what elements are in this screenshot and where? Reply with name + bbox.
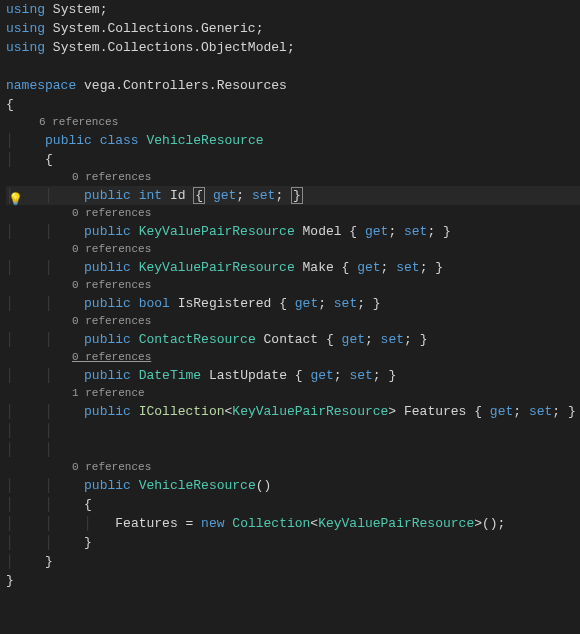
code-line[interactable]: │ │ [6, 440, 580, 459]
constructor-name: VehicleResource [139, 478, 256, 493]
codelens: 0 references [6, 349, 580, 366]
references-link[interactable]: 1 reference [72, 387, 145, 399]
class-name: VehicleResource [146, 133, 263, 148]
code-line[interactable]: │ │ public ICollection<KeyValuePairResou… [6, 402, 580, 421]
code-line[interactable]: │ │ public ContactResource Contact { get… [6, 330, 580, 349]
codelens: 0 references [6, 241, 580, 258]
references-link[interactable]: 6 references [39, 116, 118, 128]
code-line[interactable]: │ { [6, 150, 580, 169]
codelens: 0 references [6, 169, 580, 186]
property-name: Make [303, 260, 334, 275]
code-line[interactable]: │ │ public VehicleResource() [6, 476, 580, 495]
code-line[interactable]: namespace vega.Controllers.Resources [6, 76, 580, 95]
matched-brace: } [291, 187, 303, 204]
code-editor[interactable]: using System; using System.Collections.G… [0, 0, 580, 590]
references-link[interactable]: 0 references [72, 279, 151, 291]
code-line[interactable]: │ │ { [6, 495, 580, 514]
code-line[interactable]: using System.Collections.ObjectModel; [6, 38, 580, 57]
references-link[interactable]: 0 references [72, 351, 151, 363]
codelens: 0 references [6, 277, 580, 294]
lightbulb-icon[interactable]: 💡 [8, 191, 22, 205]
code-line[interactable]: │ │ public bool IsRegistered { get; set;… [6, 294, 580, 313]
matched-brace: { [193, 187, 205, 204]
codelens: 0 references [6, 313, 580, 330]
references-link[interactable]: 0 references [72, 461, 151, 473]
code-line[interactable]: │ │ [6, 421, 580, 440]
references-link[interactable]: 0 references [72, 207, 151, 219]
code-line[interactable]: │ public class VehicleResource [6, 131, 580, 150]
codelens: 6 references [6, 114, 580, 131]
namespace-ref: System [53, 2, 100, 17]
code-line[interactable]: } [6, 571, 580, 590]
property-name: Model [303, 224, 342, 239]
code-line[interactable] [6, 57, 580, 76]
keyword-using: using [6, 2, 45, 17]
code-line[interactable]: │ │ } [6, 533, 580, 552]
property-name: Id [170, 188, 186, 203]
property-name: Contact [264, 332, 319, 347]
codelens: 1 reference [6, 385, 580, 402]
code-line-current[interactable]: │ │ public int Id { get; set; } [6, 186, 580, 205]
code-line[interactable]: { [6, 95, 580, 114]
code-line[interactable]: using System.Collections.Generic; [6, 19, 580, 38]
property-name: IsRegistered [178, 296, 272, 311]
code-line[interactable]: │ │ public KeyValuePairResource Model { … [6, 222, 580, 241]
references-link[interactable]: 0 references [72, 315, 151, 327]
codelens: 0 references [6, 205, 580, 222]
code-line[interactable]: using System; [6, 0, 580, 19]
code-line[interactable]: │ │ public KeyValuePairResource Make { g… [6, 258, 580, 277]
codelens: 0 references [6, 459, 580, 476]
property-name: Features [404, 404, 466, 419]
references-link[interactable]: 0 references [72, 243, 151, 255]
code-line[interactable]: │ │ │ Features = new Collection<KeyValue… [6, 514, 580, 533]
code-line[interactable]: │ │ public DateTime LastUpdate { get; se… [6, 366, 580, 385]
code-line[interactable]: │ } [6, 552, 580, 571]
property-name: LastUpdate [209, 368, 287, 383]
references-link[interactable]: 0 references [72, 171, 151, 183]
